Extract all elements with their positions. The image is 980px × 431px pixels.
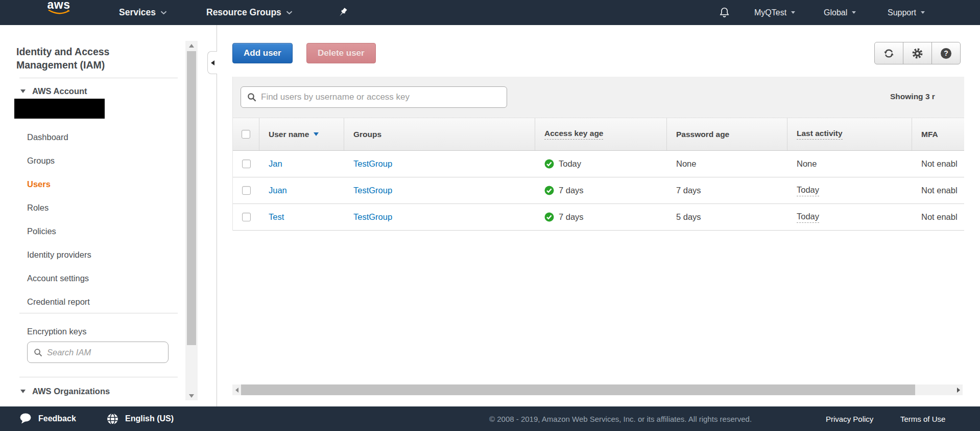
sidebar-scrollbar[interactable]: [185, 41, 198, 400]
last-activity-value: Today: [797, 212, 819, 223]
sidebar-item-encryption-keys[interactable]: Encryption keys: [27, 320, 86, 343]
last-activity-value: None: [797, 159, 817, 169]
support-menu[interactable]: Support: [888, 0, 925, 25]
users-panel: Showing 3 r User name Groups Access key …: [232, 77, 964, 231]
column-header-last-activity[interactable]: Last activity: [787, 118, 912, 150]
user-link[interactable]: Test: [269, 212, 284, 222]
aws-logo[interactable]: aws: [47, 0, 70, 25]
row-checkbox[interactable]: [242, 186, 251, 195]
table-row: Jan TestGroup Today None None Not enabl: [233, 151, 964, 177]
nav-resource-groups-menu[interactable]: Resource Groups: [206, 0, 293, 25]
caret-down-icon: [791, 11, 795, 14]
sidebar-section-aws-organizations[interactable]: AWS Organizations: [20, 385, 110, 397]
feedback-button[interactable]: Feedback: [19, 406, 76, 431]
user-link[interactable]: Juan: [269, 186, 287, 195]
last-activity-value: Today: [797, 185, 819, 196]
terms-of-use-link[interactable]: Terms of Use: [900, 406, 945, 431]
nav-pinned-shortcuts-button[interactable]: [339, 0, 347, 25]
table-actions-group: ?: [874, 42, 961, 64]
table-row: Test TestGroup 7 days 5 days Today Not e…: [233, 204, 964, 231]
sidebar-scrollbar-thumb[interactable]: [187, 51, 196, 345]
help-button[interactable]: ?: [931, 42, 961, 64]
notifications-bell-button[interactable]: [719, 0, 730, 25]
nav-services-menu[interactable]: Services: [119, 0, 167, 25]
column-header-access-key-age[interactable]: Access key age: [535, 118, 667, 150]
globe-icon: [106, 413, 119, 425]
group-link[interactable]: TestGroup: [353, 212, 392, 222]
page-title: Identity and Access Management (IAM): [16, 45, 159, 72]
horizontal-scrollbar[interactable]: [232, 384, 963, 395]
caret-up-icon: [189, 44, 194, 48]
sidebar-item-account-settings[interactable]: Account settings: [27, 266, 89, 290]
search-icon: [34, 348, 42, 357]
column-header-password-age[interactable]: Password age: [667, 118, 787, 150]
divider: [19, 78, 178, 78]
group-link[interactable]: TestGroup: [353, 186, 392, 195]
sidebar-item-users[interactable]: Users: [27, 172, 51, 196]
caret-down-icon: [20, 390, 26, 393]
find-users-search-box: [241, 86, 507, 108]
sidebar-item-dashboard[interactable]: Dashboard: [27, 125, 68, 149]
sidebar-item-credential-report[interactable]: Credential report: [27, 290, 90, 313]
sort-desc-icon: [314, 132, 319, 136]
region-menu[interactable]: Global: [824, 0, 856, 25]
access-key-age-value: 7 days: [559, 186, 584, 195]
select-all-checkbox[interactable]: [242, 130, 250, 139]
sidebar-collapse-tab[interactable]: [207, 51, 217, 74]
password-age-value: 7 days: [676, 186, 701, 195]
group-link[interactable]: TestGroup: [353, 159, 392, 169]
speech-bubble-icon: [19, 413, 32, 424]
sidebar-item-groups[interactable]: Groups: [27, 149, 55, 172]
caret-down-icon: [189, 394, 194, 398]
scroll-up-arrow[interactable]: [185, 41, 198, 50]
sidebar-item-policies[interactable]: Policies: [27, 219, 56, 243]
password-age-value: 5 days: [676, 212, 701, 222]
account-menu[interactable]: MyQTest: [754, 0, 795, 25]
caret-down-icon: [921, 11, 925, 14]
check-circle-icon: [544, 159, 554, 169]
sidebar-item-identity-providers[interactable]: Identity providers: [27, 243, 91, 266]
scroll-right-arrow[interactable]: [954, 384, 963, 395]
aws-console-window: aws Services Resource Groups: [0, 0, 980, 431]
aws-logo-text: aws: [47, 0, 70, 9]
mfa-value: Not enabl: [921, 186, 958, 195]
scroll-down-arrow[interactable]: [185, 391, 198, 400]
delete-user-button[interactable]: Delete user: [306, 43, 376, 63]
help-icon: ?: [941, 48, 951, 59]
password-age-value: None: [676, 159, 696, 169]
content-divider-line: [217, 25, 217, 406]
column-header-user-name[interactable]: User name: [259, 118, 344, 150]
user-link[interactable]: Jan: [269, 159, 282, 169]
sidebar-section-aws-account[interactable]: AWS Account: [20, 85, 87, 97]
search-iam-input[interactable]: [47, 348, 149, 357]
results-count-text: Showing 3 r: [890, 92, 935, 101]
footer-bar: Feedback English (US) © 2008 - 2019, Ama…: [0, 406, 980, 431]
row-checkbox[interactable]: [242, 160, 251, 168]
caret-down-icon: [852, 11, 856, 14]
scroll-left-arrow[interactable]: [232, 384, 241, 395]
sidebar-search-box: [27, 342, 169, 363]
top-navigation-bar: aws Services Resource Groups: [0, 0, 980, 25]
table-toolbar: Showing 3 r: [233, 77, 964, 118]
privacy-policy-link[interactable]: Privacy Policy: [826, 406, 873, 431]
select-all-cell: [233, 118, 259, 150]
sidebar-item-roles[interactable]: Roles: [27, 196, 49, 219]
account-id-redacted: [14, 99, 105, 119]
access-key-age-value: 7 days: [559, 212, 584, 222]
row-checkbox[interactable]: [242, 213, 251, 221]
column-header-groups[interactable]: Groups: [344, 118, 535, 150]
horizontal-scrollbar-thumb[interactable]: [241, 384, 915, 395]
pushpin-icon: [336, 6, 349, 19]
caret-left-icon: [211, 60, 214, 65]
caret-right-icon: [957, 388, 960, 393]
refresh-button[interactable]: [874, 42, 903, 64]
settings-button[interactable]: [903, 42, 932, 64]
find-users-input[interactable]: [261, 92, 507, 102]
table-row: Juan TestGroup 7 days 7 days Today Not e…: [233, 177, 964, 204]
language-selector[interactable]: English (US): [106, 406, 174, 431]
bell-icon: [719, 7, 730, 18]
chevron-down-icon: [160, 11, 167, 15]
aws-smile-icon: [47, 9, 70, 15]
column-header-mfa[interactable]: MFA: [912, 118, 964, 150]
add-user-button[interactable]: Add user: [232, 43, 293, 63]
